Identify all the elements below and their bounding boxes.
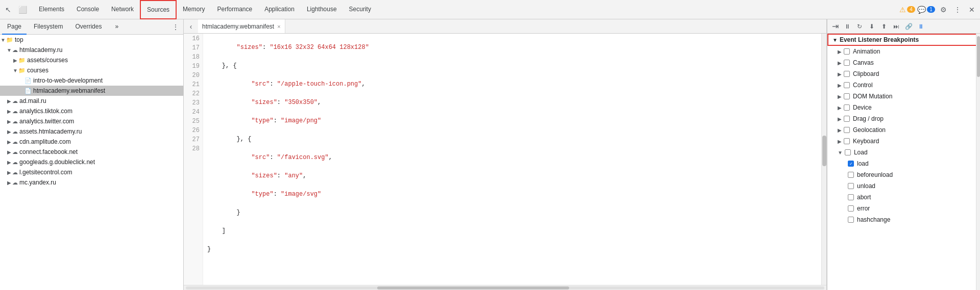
tab-network[interactable]: Network [105,0,140,19]
right-panel-scrollbar[interactable] [976,34,980,290]
step-out-btn[interactable]: ⬆ [878,21,890,32]
bp-abort[interactable]: abort [827,192,980,203]
bp-canvas[interactable]: ▶ Canvas [827,57,980,68]
event-listener-section-header[interactable]: ▼ Event Listener Breakpoints [827,34,980,46]
tab-elements[interactable]: Elements [33,0,70,19]
bp-load[interactable]: ▼ Load [827,147,980,158]
sub-tab-overrides[interactable]: Overrides [70,19,107,35]
step-btn[interactable]: ⏭ [891,21,902,32]
step-into-btn[interactable]: ⬇ [866,21,877,32]
tab-sources[interactable]: Sources [140,0,177,19]
section-expand-arrow: ▼ [832,37,838,43]
bp-abort-checkbox[interactable] [848,194,854,200]
tree-item-tiktok[interactable]: ▶ ☁ analytics.tiktok.com [0,106,183,116]
tree-item-assets-htmlacademy[interactable]: ▶ ☁ assets.htmlacademy.ru [0,126,183,137]
tree-item-htmlacademy-ru[interactable]: ▼ ☁ htmlacademy.ru [0,45,183,55]
bp-error[interactable]: error [827,203,980,214]
tree-item-twitter[interactable]: ▶ ☁ analytics.twitter.com [0,116,183,126]
bp-canvas-checkbox[interactable] [844,60,850,66]
bp-beforeunload-checkbox[interactable] [848,172,854,178]
tree-item-top[interactable]: ▼ 📁 top [0,35,183,45]
bp-error-checkbox[interactable] [848,205,854,212]
tree-item-intro[interactable]: 📄 intro-to-web-development [0,75,183,86]
tree-item-courses[interactable]: ▼ 📁 courses [0,65,183,75]
bp-dom-checkbox[interactable] [844,93,850,99]
main-area: Page Filesystem Overrides » ⋮ ▼ 📁 [0,19,980,290]
cursor-icon-btn[interactable]: ↖ [2,4,14,16]
file-tab-close-icon[interactable]: × [277,23,280,30]
bp-list: ▶ Animation ▶ Canvas ▶ Clipboard [827,46,980,225]
tab-performance[interactable]: Performance [211,0,258,19]
sub-tab-filesystem[interactable]: Filesystem [29,19,68,35]
tree-item-yandex[interactable]: ▶ ☁ mc.yandex.ru [0,177,183,188]
right-panel: ⇥ ⏸ ↻ ⬇ ⬆ ⏭ 🔗 ⏸ ▼ Event Listener Breakpo… [827,19,980,290]
bp-canvas-arrow: ▶ [838,60,842,66]
bp-hashchange[interactable]: hashchange [827,214,980,225]
bp-dom-mutation[interactable]: ▶ DOM Mutation [827,91,980,102]
deactivate-bp-btn[interactable]: 🔗 [903,21,914,32]
tree-item-assets-courses[interactable]: ▶ 📁 assets/courses [0,55,183,65]
bp-load-load[interactable]: load [827,158,980,169]
right-panel-content[interactable]: ▼ Event Listener Breakpoints ▶ Animation… [827,34,980,290]
bp-clipboard-checkbox[interactable] [844,71,850,77]
bp-animation[interactable]: ▶ Animation [827,46,980,57]
tab-application[interactable]: Application [258,0,301,19]
tab-security[interactable]: Security [343,0,377,19]
bp-load-load-checkbox[interactable] [848,161,854,167]
tree-item-amplitude[interactable]: ▶ ☁ cdn.amplitude.com [0,137,183,147]
bp-drag-arrow: ▶ [838,116,842,122]
bp-device-checkbox[interactable] [844,104,850,111]
file-tab-bar: ‹ htmlacademy.webmanifest × [184,19,826,34]
h-scroll-thumb [377,286,569,289]
settings-btn[interactable]: ⚙ [937,4,949,16]
bp-clipboard[interactable]: ▶ Clipboard [827,68,980,80]
message-icon: 💬 [917,6,926,14]
bp-load-checkbox[interactable] [845,149,851,155]
close-btn[interactable]: ✕ [966,4,978,16]
pause-exceptions-btn[interactable]: ⏸ [915,21,926,32]
expand-panel-btn[interactable]: ⇥ [829,21,841,32]
bp-unload[interactable]: unload [827,180,980,192]
device-icon-btn[interactable]: ⬜ [16,4,29,16]
bp-device[interactable]: ▶ Device [827,102,980,113]
tree-item-facebook[interactable]: ▶ ☁ connect.facebook.net [0,147,183,157]
step-over-btn[interactable]: ↻ [854,21,865,32]
bp-geo-arrow: ▶ [838,127,842,133]
bp-keyboard[interactable]: ▶ Keyboard [827,136,980,147]
sub-tab-more[interactable]: » [110,19,124,35]
bp-geo-checkbox[interactable] [844,127,850,133]
tab-memory[interactable]: Memory [177,0,211,19]
tree-item-getsitecontrol[interactable]: ▶ ☁ l.getsitecontrol.com [0,167,183,177]
bp-drag-drop[interactable]: ▶ Drag / drop [827,113,980,124]
file-tab-webmanifest[interactable]: htmlacademy.webmanifest × [198,19,285,34]
bp-unload-checkbox[interactable] [848,183,854,189]
editor-vert-scrollbar[interactable] [821,34,826,285]
tab-lighthouse[interactable]: Lighthouse [301,0,343,19]
bp-hashchange-checkbox[interactable] [848,217,854,223]
sub-tab-page[interactable]: Page [2,19,27,35]
tree-options-btn[interactable]: ⋮ [170,21,181,33]
main-tab-bar: ↖ ⬜ Elements Console Network Sources Mem… [0,0,980,19]
tree-item-googleads[interactable]: ▶ ☁ googleads.g.doubleclick.net [0,157,183,167]
bp-animation-checkbox[interactable] [844,48,850,55]
bp-drag-checkbox[interactable] [844,116,850,122]
tree-item-admailru[interactable]: ▶ ☁ ad.mail.ru [0,96,183,106]
tree-item-webmanifest[interactable]: 📄 htmlacademy.webmanifest [0,86,183,96]
bp-geolocation[interactable]: ▶ Geolocation [827,124,980,136]
more-btn[interactable]: ⋮ [951,4,964,16]
message-badge: 💬 1 [917,6,935,14]
sub-tab-bar: Page Filesystem Overrides » ⋮ [0,19,183,35]
tab-back-btn[interactable]: ‹ [184,19,198,34]
code-content: "sizes": "16x16 32x32 64x64 128x128" }, … [203,34,821,285]
bp-beforeunload[interactable]: beforeunload [827,169,980,180]
bp-keyboard-checkbox[interactable] [844,138,850,144]
code-scrollbar[interactable] [184,285,826,290]
bp-dom-arrow: ▶ [838,94,842,99]
code-area[interactable]: 16 17 18 19 20 21 22 23 24 25 26 27 28 "… [184,34,826,285]
tab-console[interactable]: Console [70,0,105,19]
bp-control-checkbox[interactable] [844,82,850,88]
pause-btn[interactable]: ⏸ [842,21,853,32]
file-tree-panel: Page Filesystem Overrides » ⋮ ▼ 📁 [0,19,184,290]
bp-clipboard-arrow: ▶ [838,71,842,77]
bp-control[interactable]: ▶ Control [827,80,980,91]
